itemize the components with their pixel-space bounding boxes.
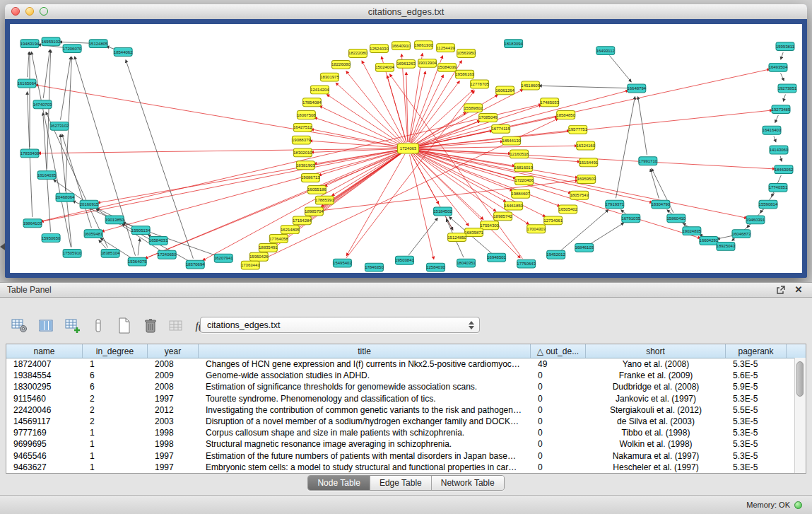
zoom-window-button[interactable] [40, 7, 48, 16]
new-table-button[interactable] [114, 316, 134, 336]
cell-in_degree[interactable]: 1 [83, 358, 148, 370]
graph-edge[interactable] [780, 156, 782, 162]
cell-out_de[interactable]: 0 [531, 404, 586, 416]
cell-short[interactable]: de Silva et al. (2003) [586, 416, 726, 427]
graph-edge[interactable] [621, 210, 626, 214]
cell-year[interactable]: 2008 [148, 381, 199, 392]
graph-edge[interactable] [59, 42, 92, 43]
cell-in_degree[interactable]: 2 [83, 393, 148, 404]
show-columns-button[interactable] [36, 316, 56, 336]
cell-name[interactable]: 22420046 [6, 404, 83, 416]
cell-year[interactable]: 1997 [148, 462, 199, 473]
close-window-button[interactable] [11, 7, 20, 16]
cell-pagerank[interactable]: 5.3E-5 [726, 427, 787, 438]
table-vertical-scrollbar[interactable] [794, 358, 806, 473]
graph-edge[interactable] [414, 90, 628, 147]
cell-pagerank[interactable]: 5.3E-5 [726, 450, 787, 462]
cell-in_degree[interactable]: 2 [83, 416, 148, 427]
graph-edge[interactable] [138, 238, 140, 255]
cell-in_degree[interactable]: 1 [83, 438, 148, 450]
cell-year[interactable]: 2009 [148, 370, 199, 381]
table-row[interactable]: 946554611997Estimation of the future num… [6, 450, 806, 462]
cell-pagerank[interactable]: 5.5E-5 [726, 404, 787, 416]
graph-edge[interactable] [781, 52, 783, 59]
table-row[interactable]: 969969511998Structural magnetic resonanc… [6, 438, 806, 450]
cell-short[interactable]: Wolkin et al. (1998) [586, 438, 726, 450]
graph-edge[interactable] [326, 95, 403, 145]
cell-in_degree[interactable]: 1 [83, 427, 148, 438]
cell-title[interactable]: Changes of HCN gene expression and I(f) … [199, 358, 531, 370]
cell-in_degree[interactable]: 6 [83, 370, 148, 381]
cell-short[interactable]: Dudbridge et al. (2008) [586, 381, 726, 392]
graph-edge[interactable] [539, 86, 630, 88]
cell-out_de[interactable]: 0 [531, 370, 586, 381]
column-header-title[interactable]: title [199, 344, 531, 358]
table-mode-button[interactable] [10, 316, 30, 336]
graph-edge[interactable] [346, 154, 405, 256]
cell-in_degree[interactable]: 1 [83, 462, 148, 473]
network-canvas[interactable]: 1724063182260801830197512414204178540841… [10, 24, 802, 273]
cell-in_degree[interactable]: 2 [83, 404, 148, 416]
tab-network-table[interactable]: Network Table [431, 476, 504, 490]
column-header-name[interactable]: name [6, 344, 83, 358]
delete-table-button[interactable] [141, 316, 160, 336]
cell-year[interactable]: 2008 [148, 358, 199, 370]
cell-out_de[interactable]: 0 [531, 438, 586, 450]
scrollbar-thumb[interactable] [796, 361, 804, 397]
cell-title[interactable]: Tourette syndrome. Phenomenology and cla… [199, 393, 531, 404]
cell-in_degree[interactable]: 1 [83, 450, 148, 462]
import-table-button[interactable] [167, 316, 187, 336]
cell-in_degree[interactable]: 6 [83, 381, 148, 392]
cell-year[interactable]: 1998 [148, 427, 199, 438]
graph-edge[interactable] [638, 97, 647, 155]
cell-year[interactable]: 1997 [148, 393, 199, 404]
network-view[interactable]: 1724063182260801830197512414204178540841… [5, 19, 807, 278]
cell-out_de[interactable]: 49 [531, 358, 586, 370]
table-row[interactable]: 911546021997Tourette syndrome. Phenomeno… [6, 393, 806, 404]
cell-out_de[interactable]: 0 [531, 416, 586, 427]
cell-name[interactable]: 9463627 [6, 462, 83, 473]
cell-pagerank[interactable]: 5.3E-5 [726, 416, 787, 427]
graph-edge[interactable] [589, 223, 623, 244]
graph-edge[interactable] [775, 115, 779, 123]
create-column-button[interactable] [62, 316, 82, 336]
table-row[interactable]: 1938455462009Genome-wide association stu… [6, 370, 806, 381]
network-window[interactable]: citations_edges.txt 17240631822608018301… [5, 4, 807, 278]
float-panel-icon[interactable] [774, 284, 787, 296]
cell-name[interactable]: 9699695 [6, 438, 83, 450]
graph-edge[interactable] [46, 112, 107, 248]
graph-edge[interactable] [781, 73, 784, 81]
cell-name[interactable]: 9115460 [6, 393, 83, 404]
table-row[interactable]: 1456911722003Disruption of a novel membe… [6, 416, 806, 427]
table-row[interactable]: 1830029562008Estimation of significance … [6, 381, 806, 392]
cell-name[interactable]: 9777169 [6, 427, 83, 438]
graph-edge[interactable] [35, 85, 402, 147]
table-row[interactable]: 1872400712008Changes of HCN gene express… [6, 358, 806, 370]
cell-title[interactable]: Investigating the contribution of common… [199, 404, 531, 416]
graph-edge[interactable] [414, 121, 481, 146]
network-window-titlebar[interactable]: citations_edges.txt [5, 4, 807, 20]
tab-node-table[interactable]: Node Table [308, 476, 370, 490]
graph-edge[interactable] [257, 152, 403, 260]
cell-year[interactable]: 2003 [148, 416, 199, 427]
graph-edge[interactable] [362, 61, 405, 143]
graph-edge[interactable] [783, 94, 785, 101]
graph-edge[interactable] [774, 136, 776, 142]
column-header-short[interactable]: short [586, 344, 726, 358]
graph-edge[interactable] [28, 52, 30, 78]
graph-edge[interactable] [62, 134, 92, 228]
minimize-window-button[interactable] [25, 7, 34, 16]
cell-short[interactable]: Nakamura et al. (1997) [586, 450, 726, 462]
column-header-out_de[interactable]: △ out_de... [531, 344, 586, 358]
graph-edge[interactable] [102, 150, 402, 231]
cell-name[interactable]: 18300295 [6, 381, 83, 392]
table-row[interactable]: 2242004622012Investigating the contribut… [6, 404, 806, 416]
graph-edge[interactable] [408, 218, 437, 255]
cell-year[interactable]: 1998 [148, 438, 199, 450]
cell-out_de[interactable]: 0 [531, 462, 586, 473]
graph-edge[interactable] [650, 169, 659, 198]
cell-short[interactable]: Stergiakouli et al. (2012) [586, 404, 726, 416]
graph-edge[interactable] [616, 97, 635, 199]
tab-edge-table[interactable]: Edge Table [370, 476, 431, 490]
graph-edge[interactable] [98, 150, 402, 203]
